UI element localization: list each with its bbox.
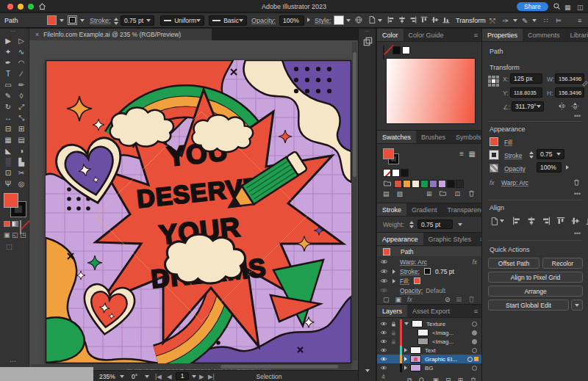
target-circle-icon[interactable] <box>467 357 473 362</box>
duplicate-item-icon[interactable]: ⊞ <box>456 296 462 303</box>
style-label[interactable]: Style: <box>315 17 331 24</box>
start-global-edit-button[interactable]: Start Global Edit <box>488 300 569 311</box>
hand-tool[interactable]: Ψ <box>2 178 14 189</box>
tab-color-guide[interactable]: Color Guide <box>404 29 449 41</box>
delete-layer-icon[interactable] <box>470 377 477 381</box>
recolor-chevron-down-icon[interactable] <box>532 19 537 22</box>
target-circle-icon[interactable] <box>472 339 477 344</box>
layer-thumbnail[interactable] <box>410 364 421 371</box>
curvature-tool[interactable]: ◠ <box>15 57 27 68</box>
eraser-tool[interactable]: ◊ <box>15 90 27 101</box>
layer-thumbnail[interactable] <box>417 338 429 345</box>
delete-swatch-icon[interactable] <box>467 189 476 197</box>
width-profile-dropdown[interactable]: Uniform <box>160 15 204 26</box>
new-layer-icon[interactable]: ⊞ <box>457 377 463 381</box>
offset-path-button[interactable]: Offset Path <box>488 258 539 269</box>
menu-grid-icon[interactable]: ≡ <box>578 17 581 24</box>
color-panel-menu-icon[interactable]: ≡ <box>470 29 481 41</box>
new-sublayer-icon[interactable]: ⊟ <box>445 377 451 381</box>
eye-icon[interactable] <box>380 320 387 327</box>
collapse-chevron-icon[interactable] <box>404 322 409 325</box>
edit-toolbar-button[interactable]: ⋯ <box>10 358 16 365</box>
add-stroke-icon[interactable]: ▢ <box>383 296 390 303</box>
eye-icon[interactable] <box>380 258 388 266</box>
weight-stepper[interactable] <box>409 221 414 228</box>
tab-libraries[interactable]: Libraries <box>565 29 588 41</box>
swatch-color-5[interactable] <box>438 180 446 188</box>
stroke-swatch[interactable] <box>490 150 498 159</box>
style-chevron-down-icon[interactable] <box>346 19 351 22</box>
eye-icon[interactable] <box>380 329 387 336</box>
swatch-color-0[interactable] <box>394 180 402 188</box>
swatch-color-7[interactable] <box>456 180 464 188</box>
draw-behind-mode-icon[interactable]: ◱ <box>12 231 18 239</box>
lock-icon[interactable] <box>390 321 397 327</box>
clear-appearance-icon[interactable]: ⊘ <box>445 296 451 303</box>
swatch-color-4[interactable] <box>429 180 437 188</box>
arrange-button[interactable]: Arrange <box>488 286 583 297</box>
draw-inside-mode-icon[interactable]: ◳ <box>20 231 26 239</box>
align-middle-icon[interactable] <box>570 216 581 226</box>
layer-row-graphic-elements[interactable]: Graphic El... <box>377 355 481 363</box>
stroke-weight-field[interactable]: 0.75 pt <box>121 15 154 26</box>
doc-chevron-down-icon[interactable] <box>378 19 382 22</box>
toolbar-drag-dots[interactable]: ⋯ <box>10 29 15 35</box>
appearance-fill-link[interactable]: Fill: <box>400 277 409 285</box>
opacity-field[interactable]: 100% <box>279 15 304 26</box>
layer-thumbnail[interactable] <box>410 355 421 363</box>
shape-options-icon[interactable]: ∷ <box>544 17 548 24</box>
slice-tool[interactable]: ✂ <box>15 167 27 178</box>
fill-link[interactable]: Fill <box>504 139 512 146</box>
opacity-link[interactable]: Opacity <box>504 165 526 173</box>
new-swatch-group-icon[interactable] <box>439 189 447 197</box>
eye-icon[interactable] <box>380 267 388 275</box>
vertical-scrollbar[interactable] <box>352 42 357 360</box>
layer-row-text[interactable]: Text <box>377 346 481 355</box>
opacity-label[interactable]: Opacity: <box>251 17 276 24</box>
grid-view-icon[interactable]: ▦ <box>469 150 476 158</box>
selection-tool[interactable]: ▶ <box>2 35 14 46</box>
swatch-color-1[interactable] <box>403 180 411 188</box>
tab-properties[interactable]: Properties <box>482 29 523 41</box>
perspective-grid-tool[interactable]: ⊞ <box>15 123 27 134</box>
stroke-weight-label[interactable]: Stroke: <box>90 17 111 24</box>
constrain-proportions-link-icon[interactable] <box>581 80 588 87</box>
eye-icon[interactable] <box>380 338 387 345</box>
align-more-options[interactable]: ••• <box>574 230 581 237</box>
lasso-tool[interactable]: ∿ <box>15 46 27 57</box>
workspace-layout-icon[interactable]: ▦ <box>564 4 571 11</box>
align-top-icon[interactable] <box>420 15 429 24</box>
rotation-chevron-down-icon[interactable] <box>145 375 149 378</box>
swatch-black[interactable] <box>401 169 409 177</box>
tab-stroke[interactable]: Stroke <box>377 203 406 216</box>
align-middle-icon[interactable] <box>431 15 440 24</box>
paintbrush-tool[interactable]: ✏ <box>15 79 27 90</box>
eye-icon[interactable] <box>380 286 388 294</box>
first-artboard-icon[interactable]: |◀ <box>155 373 162 380</box>
layer-name[interactable]: <Imag... <box>432 338 453 345</box>
tab-color[interactable]: Color <box>377 29 404 41</box>
stroke-value-field[interactable]: 0.75 <box>537 149 564 159</box>
opacity-swatch[interactable] <box>490 164 498 173</box>
lock-icon[interactable] <box>390 338 397 345</box>
swatch-color-2[interactable] <box>412 180 420 188</box>
swatch-libraries-icon[interactable]: ▤ <box>383 190 390 197</box>
swatches-fill-proxy[interactable] <box>383 148 394 159</box>
opacity-value-field[interactable]: 100% <box>537 162 562 173</box>
fill-color-mini-swatch[interactable] <box>414 277 420 284</box>
tab-asset-export[interactable]: Asset Export <box>407 305 455 317</box>
shape-builder-tool[interactable]: ⊟ <box>2 123 14 134</box>
weight-value-field[interactable]: 0.75 pt <box>417 219 453 229</box>
snap-options-icon[interactable]: ⊨ <box>556 17 562 24</box>
layer-name[interactable]: Text <box>425 347 436 354</box>
eye-icon[interactable] <box>380 346 387 354</box>
appearance-opacity-link[interactable]: Opacity: <box>400 287 423 294</box>
color-white-swatch[interactable] <box>402 46 410 54</box>
search-icon[interactable] <box>553 2 561 10</box>
recolor-button[interactable]: Recolor <box>542 258 583 269</box>
color-mode-button[interactable] <box>4 221 10 227</box>
dock-bottom-chevron-icon[interactable] <box>365 369 370 372</box>
document-properties-icon[interactable] <box>368 15 376 24</box>
fill-swatch[interactable] <box>490 137 498 146</box>
add-effect-fx-icon[interactable]: fx <box>407 296 412 303</box>
